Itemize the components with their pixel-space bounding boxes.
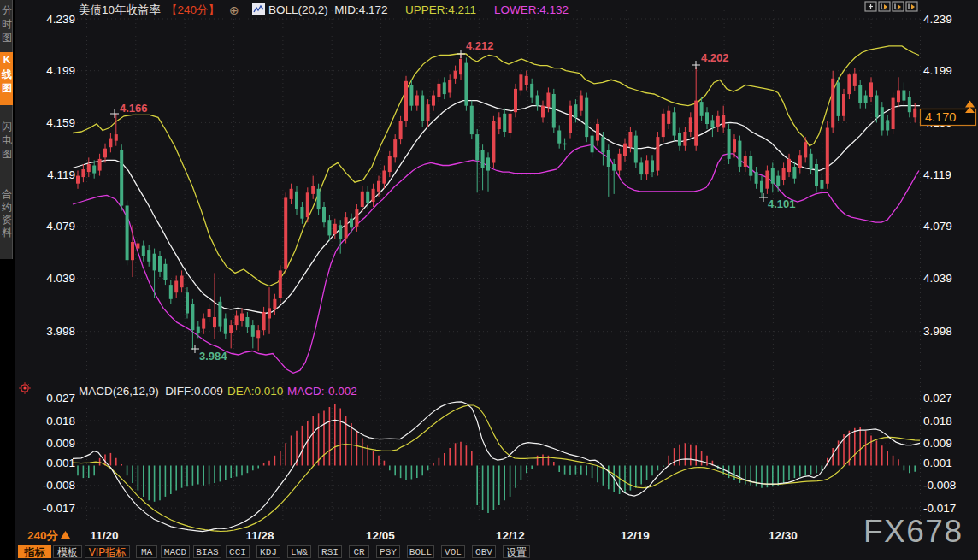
svg-text:0.018: 0.018 — [46, 415, 75, 427]
svg-text:4.119: 4.119 — [47, 168, 75, 181]
svg-text:-0.008: -0.008 — [923, 479, 956, 492]
svg-text:⊕: ⊕ — [229, 3, 239, 17]
svg-text:【240分】: 【240分】 — [166, 3, 220, 16]
svg-text:4.239: 4.239 — [46, 13, 75, 26]
svg-text:3.998: 3.998 — [923, 325, 952, 338]
svg-text:0.001: 0.001 — [46, 457, 75, 469]
svg-text:4.039: 4.039 — [923, 272, 952, 285]
svg-text:BOLL(20,2) MID:4.172: BOLL(20,2) MID:4.172 — [268, 3, 388, 16]
svg-text:12/19: 12/19 — [621, 529, 650, 542]
svg-text:11/28: 11/28 — [245, 529, 274, 542]
svg-text:4.199: 4.199 — [46, 64, 75, 77]
svg-text:-0.017: -0.017 — [923, 502, 956, 515]
svg-text:4.079: 4.079 — [923, 220, 952, 233]
svg-text:0.009: 0.009 — [923, 437, 952, 450]
svg-text:4.202: 4.202 — [701, 51, 729, 64]
svg-text:LOWER:4.132: LOWER:4.132 — [494, 3, 569, 16]
svg-text:4.166: 4.166 — [120, 102, 148, 115]
svg-text:MACD:-0.002: MACD:-0.002 — [287, 385, 357, 398]
svg-text:MACD(26,12,9) DIFF:0.009: MACD(26,12,9) DIFF:0.009 — [79, 385, 223, 398]
svg-text:4.101: 4.101 — [768, 197, 796, 210]
svg-text:0.001: 0.001 — [923, 457, 952, 469]
svg-text:3.998: 3.998 — [46, 325, 75, 338]
svg-text:11/20: 11/20 — [90, 529, 118, 542]
svg-text:240分: 240分 — [27, 529, 59, 542]
svg-text:美债10年收益率: 美债10年收益率 — [79, 3, 161, 16]
svg-text:4.119: 4.119 — [923, 168, 951, 181]
svg-text:4.212: 4.212 — [466, 39, 494, 52]
svg-text:4.159: 4.159 — [46, 116, 75, 129]
svg-text:4.170: 4.170 — [925, 110, 956, 124]
svg-text:4.239: 4.239 — [923, 13, 952, 26]
svg-text:12/30: 12/30 — [769, 529, 798, 542]
svg-text:12/05: 12/05 — [366, 529, 395, 542]
svg-text:0.027: 0.027 — [46, 392, 75, 404]
svg-text:DEA:0.010: DEA:0.010 — [227, 385, 283, 398]
svg-text:-0.008: -0.008 — [43, 479, 75, 492]
svg-text:4.039: 4.039 — [46, 272, 75, 285]
svg-text:4.199: 4.199 — [923, 64, 952, 77]
svg-text:12/12: 12/12 — [496, 529, 525, 542]
svg-text:0.009: 0.009 — [46, 437, 75, 450]
svg-text:3.984: 3.984 — [199, 350, 227, 363]
svg-text:-0.017: -0.017 — [43, 502, 75, 515]
svg-text:UPPER:4.211: UPPER:4.211 — [405, 3, 476, 16]
svg-text:0.018: 0.018 — [923, 415, 952, 427]
svg-text:4.079: 4.079 — [46, 220, 75, 233]
svg-text:0.027: 0.027 — [923, 392, 952, 404]
